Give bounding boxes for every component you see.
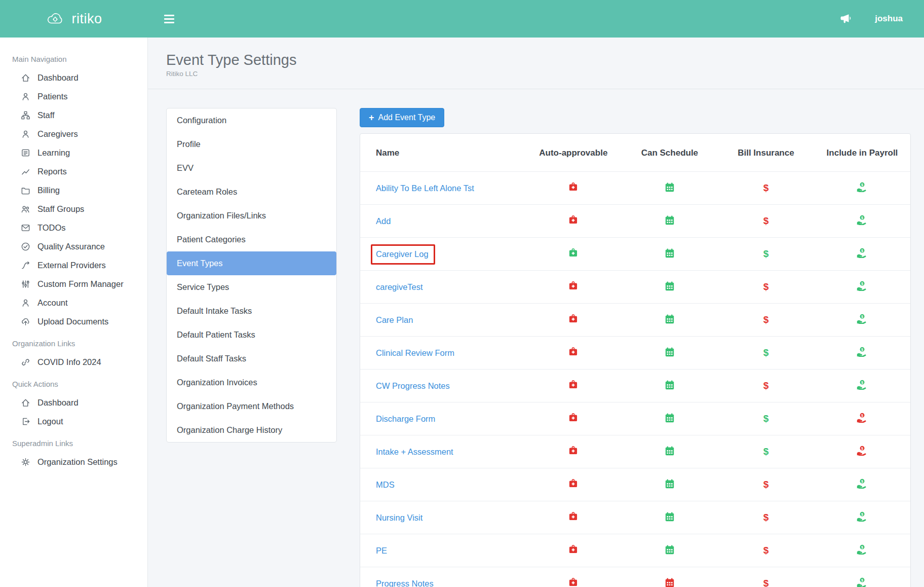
table-row-mds: MDS$$ [360,468,910,501]
home-icon [20,73,30,83]
hamburger-menu-button[interactable] [161,12,177,26]
bill-insurance-dollar-icon-red: $ [763,513,769,522]
settings-menu-item-patient-categories[interactable]: Patient Categories [167,228,336,251]
event-type-link-nursing-visit[interactable]: Nursing Visit [376,513,422,522]
table-row-ability-to-be-left-alone-tst: Ability To Be Left Alone Tst$$ [360,172,910,205]
settings-menu-item-organization-charge-history[interactable]: Organization Charge History [167,418,336,442]
settings-menu-item-organization-payment-methods[interactable]: Organization Payment Methods [167,394,336,418]
include-in-payroll-hand-dollar-icon-red: $ [857,449,867,457]
event-type-link-add[interactable]: Add [376,216,391,226]
sidebar-item-organization-settings[interactable]: Organization Settings [0,453,147,471]
logout-icon [20,417,30,426]
can-schedule-calendar-icon-green [665,218,674,227]
settings-menu-item-organization-files-links[interactable]: Organization Files/Links [167,204,336,228]
sidebar-item-label: Dashboard [37,398,79,408]
event-types-table: NameAuto-approvableCan ScheduleBill Insu… [360,134,910,587]
event-type-link-mds[interactable]: MDS [376,480,395,489]
sidebar-item-quality-assurance[interactable]: Quality Assurance [0,237,147,256]
bill-insurance-dollar-icon-green: $ [763,448,769,456]
sidebar-item-account[interactable]: Account [0,294,147,312]
table-row-cw-progress-notes: CW Progress Notes$$ [360,370,910,402]
bill-insurance-dollar-icon-red: $ [763,546,769,555]
event-type-link-progress-notes[interactable]: Progress Notes [376,579,434,587]
sidebar-item-label: Billing [37,186,60,195]
settings-menu-item-default-staff-tasks[interactable]: Default Staff Tasks [167,347,336,371]
username[interactable]: joshua [875,14,903,24]
settings-menu-item-organization-invoices[interactable]: Organization Invoices [167,371,336,394]
auto-approvable-icon-red [568,217,578,226]
sidebar-item-covid-info-2024[interactable]: COVID Info 2024 [0,353,147,372]
plus-icon: + [369,113,374,122]
page-header: Event Type Settings Ritiko LLC [148,38,924,89]
sidebar-item-label: Staff Groups [37,204,84,214]
event-type-link-caregiver-log[interactable]: Caregiver Log [376,249,429,259]
settings-menu-item-default-patient-tasks[interactable]: Default Patient Tasks [167,323,336,347]
settings-menu-item-careteam-roles[interactable]: Careteam Roles [167,180,336,204]
sidebar-item-learning[interactable]: Learning [0,143,147,162]
announcements-megaphone-icon[interactable] [840,13,853,24]
sidebar-item-caregivers[interactable]: Caregivers [0,125,147,143]
bill-insurance-dollar-icon-green: $ [763,415,769,423]
home-icon [20,398,30,408]
sidebar-item-label: Reports [37,167,67,176]
event-type-link-cw-progress-notes[interactable]: CW Progress Notes [376,381,450,390]
include-in-payroll-hand-dollar-icon-green: $ [857,185,867,194]
svg-text:$: $ [862,216,864,220]
todos-icon [20,223,30,233]
event-type-link-clinical-review-form[interactable]: Clinical Review Form [376,348,454,357]
sidebar-item-label: Dashboard [37,73,79,83]
patients-icon [20,92,30,101]
sidebar-item-custom-form-manager[interactable]: Custom Form Manager [0,275,147,294]
svg-text:$: $ [862,480,864,484]
learning-icon [20,148,30,158]
account-icon [20,298,30,308]
add-event-type-button[interactable]: + Add Event Type [360,108,444,127]
staff-groups-icon [20,204,30,214]
settings-menu-item-configuration[interactable]: Configuration [167,108,336,132]
brand-logo[interactable]: ritiko [0,11,148,27]
auto-approvable-icon-red [568,185,578,193]
settings-menu-item-event-types[interactable]: Event Types [167,251,336,275]
sidebar-item-staff-groups[interactable]: Staff Groups [0,200,147,218]
include-in-payroll-hand-dollar-icon-red: $ [857,416,867,424]
settings-menu-item-service-types[interactable]: Service Types [167,275,336,299]
include-in-payroll-hand-dollar-icon-green: $ [857,284,867,292]
can-schedule-calendar-icon-red [665,580,674,587]
include-in-payroll-hand-dollar-icon-green: $ [857,515,867,523]
table-row-progress-notes: Progress Notes$$ [360,567,910,587]
can-schedule-calendar-icon-green [665,515,674,523]
event-type-link-intake-assessment[interactable]: Intake + Assessment [376,447,453,456]
sidebar-item-dashboard[interactable]: Dashboard [0,393,147,412]
event-types-panel: + Add Event Type NameAuto-approvableCan … [360,108,911,587]
settings-menu-item-profile[interactable]: Profile [167,132,336,156]
settings-menu-item-evv[interactable]: EVV [167,156,336,180]
svg-text:$: $ [862,315,864,319]
layout: Main NavigationDashboardPatientsStaffCar… [0,38,924,587]
nav-section-title-quick-actions: Quick Actions [0,372,147,393]
event-type-link-caregivetest[interactable]: caregiveTest [376,282,423,291]
auto-approvable-icon-red [568,316,578,325]
event-type-link-discharge-form[interactable]: Discharge Form [376,414,435,423]
auto-approvable-icon-red [568,415,578,424]
sidebar-item-billing[interactable]: Billing [0,181,147,200]
svg-text:$: $ [862,282,864,286]
sidebar-item-external-providers[interactable]: External Providers [0,256,147,275]
sidebar-item-reports[interactable]: Reports [0,162,147,181]
auto-approvable-icon-red [568,283,578,292]
sidebar-item-staff[interactable]: Staff [0,106,147,125]
sidebar-item-label: External Providers [37,261,106,270]
event-type-link-pe[interactable]: PE [376,546,387,555]
sidebar-item-patients[interactable]: Patients [0,87,147,106]
sidebar-item-logout[interactable]: Logout [0,412,147,431]
settings-menu-item-default-intake-tasks[interactable]: Default Intake Tasks [167,299,336,323]
event-type-link-care-plan[interactable]: Care Plan [376,315,413,324]
gear-icon [20,457,30,467]
sidebar-item-todos[interactable]: TODOs [0,218,147,237]
sidebar-item-label: Staff [37,111,55,120]
svg-text:$: $ [862,381,864,385]
nav-section-title-main-navigation: Main Navigation [0,47,147,68]
sidebar-item-dashboard[interactable]: Dashboard [0,68,147,87]
table-row-discharge-form: Discharge Form$$ [360,402,910,435]
event-type-link-ability-to-be-left-alone-tst[interactable]: Ability To Be Left Alone Tst [376,184,474,193]
sidebar-item-upload-documents[interactable]: Upload Documents [0,312,147,331]
